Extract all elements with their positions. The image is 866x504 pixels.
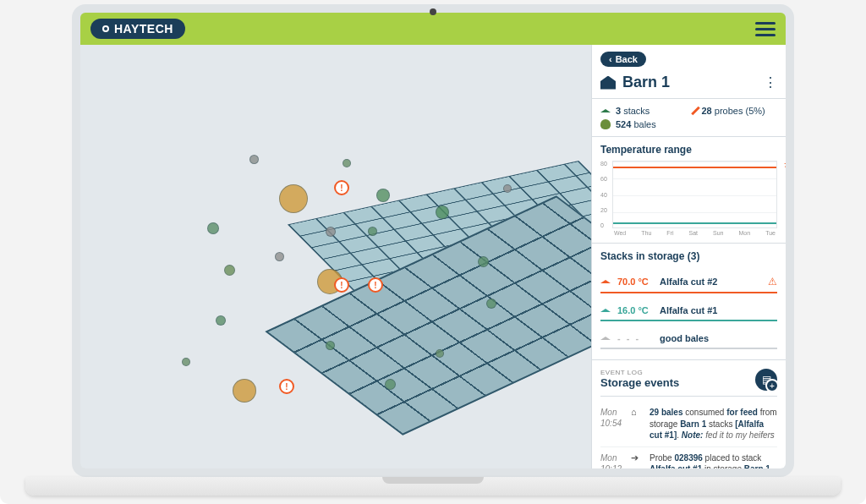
barn-icon: [600, 76, 616, 90]
temp-range-title: Temperature range: [600, 144, 777, 156]
stat-stacks: 3 stacks: [600, 106, 684, 116]
chart-plot-area: 70.0 °C 0.0 °C: [612, 161, 777, 228]
probe-dot[interactable]: [385, 379, 396, 390]
stack-row[interactable]: 16.0 °CAlfalfa cut #1: [600, 297, 777, 321]
chart-max-label: 70.0 °C: [784, 162, 786, 169]
barn-title: Barn 1: [622, 74, 757, 91]
probe-dot[interactable]: [503, 184, 512, 193]
stack-icon: [600, 280, 611, 283]
back-label: Back: [616, 54, 638, 64]
events-section: EVENT LOG Storage events ▤ Mon10:54⌂29 b…: [592, 360, 786, 468]
stack-underline: [600, 320, 777, 321]
probe-dot[interactable]: [326, 341, 335, 350]
probe-dot[interactable]: [376, 189, 390, 202]
more-menu-button[interactable]: ⋮: [764, 74, 777, 90]
side-panel: ‹ Back Barn 1 ⋮ 3 stacks: [591, 45, 786, 468]
stack-icon: [600, 337, 611, 340]
alert-marker[interactable]: !: [279, 379, 294, 394]
menu-button[interactable]: [755, 22, 776, 36]
chart-y-axis: 806040200: [600, 161, 612, 228]
event-time: Mon10:54: [600, 407, 624, 441]
stack-temp: 16.0 °C: [617, 305, 653, 315]
brand-mark-icon: [102, 25, 109, 32]
stack-icon: [600, 309, 611, 312]
stack-name: Alfalfa cut #2: [660, 277, 761, 287]
stack-underline: [600, 348, 777, 349]
back-button[interactable]: ‹ Back: [600, 52, 646, 67]
stack-temp: - - -: [617, 333, 653, 343]
event-row[interactable]: Mon10:12➔Probe 028396 placed to stack Al…: [600, 447, 777, 469]
alert-marker[interactable]: !: [334, 277, 349, 293]
event-type-icon: ➔: [631, 452, 643, 469]
chart-min-line: [613, 222, 776, 224]
temperature-range-section: Temperature range 806040200 70.0 °C 0.0 …: [592, 137, 786, 244]
events-title: Storage events: [600, 376, 679, 389]
events-eyebrow: EVENT LOG: [600, 369, 679, 376]
probe-dot[interactable]: [216, 315, 226, 326]
arrow-left-icon: ‹: [609, 54, 612, 64]
bale-icon: [600, 119, 611, 129]
stack-name: good bales: [660, 333, 777, 343]
probe-dot[interactable]: [478, 256, 489, 267]
laptop-base: [25, 477, 841, 496]
probe-dot[interactable]: [207, 222, 219, 234]
chart-x-axis: WedThuFriSatSunMonTue: [600, 228, 777, 236]
probe-dot[interactable]: [249, 155, 259, 164]
alert-bell-icon: ⚠: [768, 276, 777, 288]
barn-stats: 3 stacks 28 probes (5%) 524 bales: [592, 99, 786, 137]
stack-icon: [600, 109, 611, 112]
stat-bales: 524 bales: [600, 119, 684, 129]
chart-max-line: [613, 167, 776, 168]
stack-temp: 70.0 °C: [617, 277, 653, 287]
stack-underline: [600, 292, 777, 293]
probe-dot[interactable]: [224, 265, 235, 276]
probe-dot[interactable]: [279, 184, 308, 213]
event-row[interactable]: Mon10:54⌂29 bales consumed for feed from…: [600, 402, 777, 447]
event-time: Mon10:12: [600, 452, 624, 469]
app-window: HAYTECH !!!! ‹ Back: [72, 4, 794, 477]
temp-range-chart[interactable]: 806040200 70.0 °C 0.0 °C: [600, 161, 777, 228]
document-icon: ▤: [762, 374, 771, 386]
laptop-camera: [430, 8, 436, 15]
probe-dot[interactable]: [436, 205, 449, 219]
probe-dot[interactable]: [343, 159, 351, 167]
stack-3d-visualization[interactable]: !!!!: [80, 45, 591, 468]
stack-row[interactable]: 70.0 °CAlfalfa cut #2⚠: [600, 267, 777, 293]
event-type-icon: ⌂: [631, 407, 643, 441]
brand-name: HAYTECH: [114, 22, 173, 36]
probe-dot[interactable]: [486, 299, 496, 309]
brand-pill[interactable]: HAYTECH: [90, 19, 185, 39]
alert-marker[interactable]: !: [334, 180, 349, 195]
stacks-section: Stacks in storage (3) 70.0 °CAlfalfa cut…: [592, 244, 786, 360]
add-event-button[interactable]: ▤: [755, 369, 777, 391]
probe-dot[interactable]: [182, 358, 190, 366]
event-text: Probe 028396 placed to stack Alfalfa cut…: [650, 452, 777, 469]
app-header: HAYTECH: [80, 13, 786, 45]
stat-probes: 28 probes (5%): [694, 106, 778, 116]
probe-dot[interactable]: [326, 227, 336, 237]
probe-dot[interactable]: [275, 252, 284, 261]
stack-row[interactable]: - - -good bales: [600, 325, 777, 349]
probe-icon: [691, 107, 700, 116]
alert-marker[interactable]: !: [368, 277, 383, 293]
stacks-title: Stacks in storage (3): [600, 250, 777, 262]
stack-name: Alfalfa cut #1: [660, 305, 777, 315]
probe-dot[interactable]: [436, 349, 444, 358]
probe-dot[interactable]: [233, 379, 256, 403]
event-text: 29 bales consumed for feed from storage …: [650, 407, 777, 441]
probe-dot[interactable]: [368, 227, 377, 236]
